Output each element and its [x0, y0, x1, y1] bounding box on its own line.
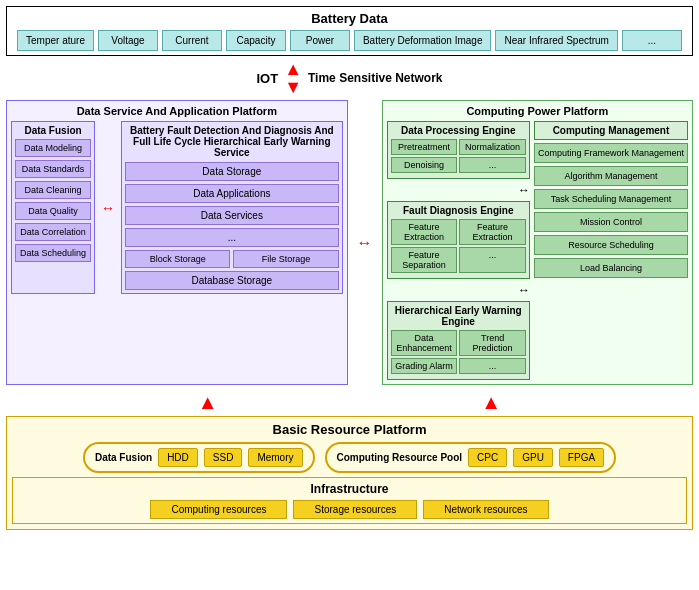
- right-red-arrow: ▲: [481, 391, 501, 414]
- df-item-modeling: Data Modeling: [15, 139, 91, 157]
- battery-item-capacity: Capacity: [226, 30, 286, 51]
- main-container: Battery Data Temper ature Voltage Curren…: [0, 0, 699, 540]
- cm-mission-control: Mission Control: [534, 212, 688, 232]
- cm-col: Computing Management Computing Framework…: [534, 121, 688, 380]
- basic-row: Data Fusion HDD SSD Memory Computing Res…: [12, 442, 687, 473]
- battery-items: Temper ature Voltage Current Capacity Po…: [13, 30, 686, 51]
- hdd-item: HDD: [158, 448, 198, 467]
- cpc-item: CPC: [468, 448, 507, 467]
- ssd-item: SSD: [204, 448, 243, 467]
- fde-ellipsis: ...: [459, 247, 526, 273]
- computing-platform: Computing Power Platform Data Processing…: [382, 100, 693, 385]
- tsn-label: Time Sensitive Network: [308, 71, 443, 85]
- battery-item-voltage: Voltage: [98, 30, 158, 51]
- data-fusion-col: Data Fusion Data Modeling Data Standards…: [11, 121, 95, 294]
- battery-item-more: ...: [622, 30, 682, 51]
- cp-inner: Data Processing Engine Pretreatment Norm…: [387, 121, 688, 380]
- feature-extraction-2: Feature Extraction: [459, 219, 526, 245]
- bf-database-storage: Database Storage: [125, 271, 339, 290]
- cm-title: Computing Management: [534, 121, 688, 140]
- platform-center-arrow: ↔: [354, 100, 376, 385]
- feature-separation: Feature Separation: [391, 247, 458, 273]
- hwe-ellipsis: ...: [459, 358, 526, 374]
- battery-item-deformation: Battery Deformation Image: [354, 30, 492, 51]
- data-fusion-col-title: Data Fusion: [15, 125, 91, 136]
- fault-row-2: Feature Separation ...: [391, 247, 526, 273]
- warning-row-2: Grading Alarm ...: [391, 358, 526, 374]
- normalization: Normalization: [459, 139, 526, 155]
- bf-data-applications: Data Applications: [125, 184, 339, 203]
- computing-resources: Computing resources: [150, 500, 287, 519]
- iot-arrow: ▲ ▼: [284, 60, 302, 96]
- infra-row: Computing resources Storage resources Ne…: [17, 500, 682, 519]
- engine-row-2: Denoising ...: [391, 157, 526, 173]
- cm-framework: Computing Framework Management: [534, 143, 688, 163]
- basic-resource-platform: Basic Resource Platform Data Fusion HDD …: [6, 416, 693, 530]
- basic-resource-title: Basic Resource Platform: [12, 422, 687, 437]
- iot-row: IOT ▲ ▼ Time Sensitive Network: [6, 60, 693, 96]
- df-item-standards: Data Standards: [15, 160, 91, 178]
- memory-item: Memory: [248, 448, 302, 467]
- data-processing-engine: Data Processing Engine Pretreatment Norm…: [387, 121, 530, 179]
- cm-task-scheduling: Task Scheduling Management: [534, 189, 688, 209]
- fault-row-1: Feature Extraction Feature Extraction: [391, 219, 526, 245]
- data-fusion-group-title: Data Fusion: [95, 452, 152, 463]
- left-red-arrow: ▲: [198, 391, 218, 414]
- grading-alarm: Grading Alarm: [391, 358, 458, 374]
- data-service-platform: Data Service And Application Platform Da…: [6, 100, 348, 385]
- infrastructure-title: Infrastructure: [17, 482, 682, 496]
- denoising: Denoising: [391, 157, 458, 173]
- battery-item-power: Power: [290, 30, 350, 51]
- engines-col: Data Processing Engine Pretreatment Norm…: [387, 121, 530, 380]
- computing-platform-title: Computing Power Platform: [387, 105, 688, 117]
- computing-pool-title: Computing Resource Pool: [337, 452, 463, 463]
- battery-item-temperature: Temper ature: [17, 30, 94, 51]
- data-service-title: Data Service And Application Platform: [11, 105, 343, 117]
- iot-label: IOT: [257, 71, 279, 86]
- cm-algorithm: Algorithm Management: [534, 166, 688, 186]
- df-arrow: ↔: [99, 121, 117, 294]
- engine-arrow-1: ↔: [387, 183, 530, 197]
- bf-title: Battery Fault Detection And Diagnosis An…: [125, 125, 339, 158]
- dpe-ellipsis: ...: [459, 157, 526, 173]
- data-enhancement: Data Enhancement: [391, 330, 458, 356]
- bf-data-storage: Data Storage: [125, 162, 339, 181]
- fault-diagnosis-title: Fault Diagnosis Engine: [391, 205, 526, 216]
- bf-storage-row: Block Storage File Storage: [125, 250, 339, 268]
- red-up-arrows: ▲ ▲: [6, 389, 693, 416]
- fpga-item: FPGA: [559, 448, 604, 467]
- engine-arrow-2: ↔: [387, 283, 530, 297]
- hierarchical-warning-title: Hierarchical Early Warning Engine: [391, 305, 526, 327]
- bf-block-storage: Block Storage: [125, 250, 230, 268]
- data-processing-title: Data Processing Engine: [391, 125, 526, 136]
- dsp-inner: Data Fusion Data Modeling Data Standards…: [11, 121, 343, 294]
- storage-resources: Storage resources: [293, 500, 417, 519]
- engine-row-1: Pretreatment Normalization: [391, 139, 526, 155]
- battery-data-section: Battery Data Temper ature Voltage Curren…: [6, 6, 693, 56]
- cm-resource-scheduling: Resource Scheduling: [534, 235, 688, 255]
- df-item-cleaning: Data Cleaning: [15, 181, 91, 199]
- hierarchical-warning-engine: Hierarchical Early Warning Engine Data E…: [387, 301, 530, 380]
- battery-data-title: Battery Data: [13, 11, 686, 26]
- battery-item-infrared: Near Infrared Spectrum: [495, 30, 618, 51]
- bf-ellipsis: ...: [125, 228, 339, 247]
- cm-load-balancing: Load Balancing: [534, 258, 688, 278]
- pretreatment: Pretreatment: [391, 139, 458, 155]
- computing-pool-group: Computing Resource Pool CPC GPU FPGA: [325, 442, 617, 473]
- data-fusion-group: Data Fusion HDD SSD Memory: [83, 442, 315, 473]
- battery-fault-col: Battery Fault Detection And Diagnosis An…: [121, 121, 343, 294]
- feature-extraction-1: Feature Extraction: [391, 219, 458, 245]
- network-resources: Network resources: [423, 500, 548, 519]
- platform-row: Data Service And Application Platform Da…: [6, 100, 693, 385]
- df-item-scheduling: Data Scheduling: [15, 244, 91, 262]
- bf-file-storage: File Storage: [233, 250, 338, 268]
- df-item-quality: Data Quality: [15, 202, 91, 220]
- bf-data-services: Data Services: [125, 206, 339, 225]
- warning-row-1: Data Enhancement Trend Prediction: [391, 330, 526, 356]
- gpu-item: GPU: [513, 448, 553, 467]
- infrastructure-section: Infrastructure Computing resources Stora…: [12, 477, 687, 524]
- df-item-correlation: Data Correlation: [15, 223, 91, 241]
- battery-item-current: Current: [162, 30, 222, 51]
- trend-prediction: Trend Prediction: [459, 330, 526, 356]
- fault-diagnosis-engine: Fault Diagnosis Engine Feature Extractio…: [387, 201, 530, 279]
